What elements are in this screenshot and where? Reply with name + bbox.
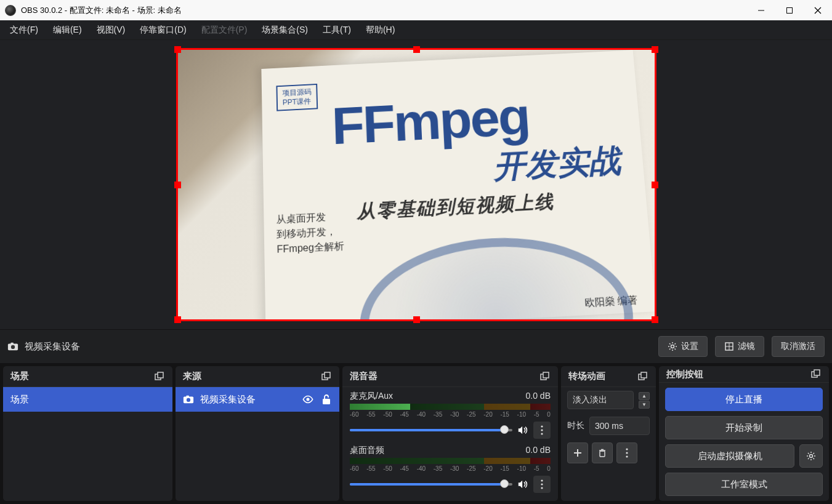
maximize-button[interactable] <box>775 0 804 20</box>
svg-point-36 <box>626 452 628 454</box>
mixer-channel-mic: 麦克风/Aux0.0 dB -60-55-50-45-40-35-30-25-2… <box>342 387 558 441</box>
svg-rect-1 <box>787 7 793 13</box>
selected-source-label: 视频采集设备 <box>25 341 80 353</box>
volume-slider[interactable] <box>350 429 512 431</box>
filter-icon <box>724 342 734 351</box>
resize-handle-mr[interactable] <box>652 182 658 188</box>
channel-menu-button[interactable] <box>533 476 551 493</box>
obs-logo-icon <box>5 5 16 16</box>
resize-handle-tc[interactable] <box>413 46 420 53</box>
menu-tools[interactable]: 工具(T) <box>320 22 353 38</box>
popout-icon[interactable] <box>154 371 165 382</box>
controls-panel: 控制按钮 停止直播 开始录制 启动虚拟摄像机 工作室模式 <box>659 366 829 501</box>
minimize-button[interactable] <box>747 0 775 20</box>
svg-point-27 <box>541 487 543 489</box>
menu-profile[interactable]: 配置文件(P) <box>199 22 250 38</box>
mixer-panel: 混音器 麦克风/Aux0.0 dB -60-55-50-45-40-35-30-… <box>342 366 558 501</box>
popout-icon[interactable] <box>539 371 551 382</box>
close-button[interactable] <box>804 0 832 20</box>
book-title: FFmpeg <box>331 87 626 150</box>
menu-help[interactable]: 帮助(H) <box>363 22 397 38</box>
menu-view[interactable]: 视图(V) <box>94 22 128 38</box>
resize-handle-bl[interactable] <box>174 316 181 323</box>
camera-icon <box>183 394 194 405</box>
start-virtual-cam-button[interactable]: 启动虚拟摄像机 <box>665 444 794 468</box>
resize-handle-ml[interactable] <box>174 182 181 188</box>
studio-mode-button[interactable]: 工作室模式 <box>665 473 823 496</box>
speaker-icon[interactable] <box>517 479 528 490</box>
mixer-title: 混音器 <box>350 370 378 382</box>
sources-panel: 来源 视频采集设备 <box>176 366 339 501</box>
menu-file[interactable]: 文件(F) <box>7 22 41 38</box>
svg-rect-19 <box>323 399 330 404</box>
start-record-button[interactable]: 开始录制 <box>665 416 823 439</box>
lock-icon[interactable] <box>321 394 332 405</box>
speaker-icon[interactable] <box>517 425 528 436</box>
volume-slider[interactable] <box>350 483 512 486</box>
menubar: 文件(F) 编辑(E) 视图(V) 停靠窗口(D) 配置文件(P) 场景集合(S… <box>0 20 832 40</box>
camera-icon <box>7 341 18 352</box>
svg-point-37 <box>626 455 628 457</box>
book-badge-line1: 项目源码 <box>282 87 311 97</box>
transition-duration-input[interactable]: 300 ms <box>589 417 650 435</box>
window-title: OBS 30.0.2 - 配置文件: 未命名 - 场景: 未命名 <box>21 5 182 16</box>
titlebar: OBS 30.0.2 - 配置文件: 未命名 - 场景: 未命名 <box>0 0 832 20</box>
popout-icon[interactable] <box>637 371 648 382</box>
svg-point-23 <box>541 429 543 431</box>
scene-item[interactable]: 场景 <box>3 387 172 412</box>
filters-button[interactable]: 滤镜 <box>715 336 764 357</box>
gear-icon <box>668 342 677 351</box>
svg-point-24 <box>541 433 543 434</box>
source-toolbar: 视频采集设备 设置 滤镜 取消激活 <box>0 329 832 363</box>
transitions-panel: 转场动画 淡入淡出 ▲▼ 时长 300 ms <box>561 366 656 501</box>
svg-rect-12 <box>158 372 163 378</box>
popout-icon[interactable] <box>321 371 332 382</box>
svg-point-18 <box>306 398 309 401</box>
stop-stream-button[interactable]: 停止直播 <box>665 388 823 411</box>
source-item[interactable]: 视频采集设备 <box>176 387 339 412</box>
virtual-cam-settings-button[interactable] <box>799 444 823 468</box>
book-badge-line2: PPT课件 <box>282 97 311 106</box>
transition-menu-button[interactable] <box>616 442 637 463</box>
resize-handle-tr[interactable] <box>652 46 658 53</box>
menu-scene-collection[interactable]: 场景集合(S) <box>259 22 310 38</box>
svg-point-7 <box>671 345 674 348</box>
svg-point-40 <box>810 455 813 458</box>
resize-handle-br[interactable] <box>652 316 658 323</box>
resize-handle-bc[interactable] <box>413 316 420 323</box>
popout-icon[interactable] <box>810 369 822 380</box>
scenes-title: 场景 <box>10 370 29 382</box>
spinner-down[interactable]: ▼ <box>639 401 650 409</box>
audio-meter <box>350 404 551 410</box>
svg-rect-21 <box>543 372 549 378</box>
svg-point-25 <box>541 479 543 481</box>
settings-button[interactable]: 设置 <box>658 336 708 357</box>
spinner-up[interactable]: ▲ <box>639 392 650 400</box>
svg-rect-6 <box>10 343 14 345</box>
preview-canvas[interactable]: 项目源码PPT课件 FFmpeg 开发实战 从零基础到短视频上线 从桌面开发到移… <box>178 50 655 319</box>
menu-edit[interactable]: 编辑(E) <box>50 22 84 38</box>
svg-point-35 <box>626 448 628 450</box>
transitions-title: 转场动画 <box>568 370 605 382</box>
deactivate-button[interactable]: 取消激活 <box>772 336 825 357</box>
sources-title: 来源 <box>183 370 201 382</box>
svg-point-26 <box>541 483 543 485</box>
dock-panels: 场景 场景 来源 视频采集设备 混音器 麦克风/Au <box>0 363 832 504</box>
svg-rect-29 <box>641 372 647 378</box>
add-transition-button[interactable] <box>567 442 588 463</box>
svg-point-16 <box>187 398 190 402</box>
menu-docks[interactable]: 停靠窗口(D) <box>137 22 188 38</box>
transition-select[interactable]: 淡入淡出 <box>567 391 634 409</box>
scenes-panel: 场景 场景 <box>3 366 172 501</box>
audio-meter <box>350 458 551 464</box>
controls-title: 控制按钮 <box>666 369 703 380</box>
svg-rect-17 <box>186 396 189 398</box>
resize-handle-tl[interactable] <box>174 46 181 53</box>
svg-point-22 <box>541 425 543 427</box>
channel-menu-button[interactable] <box>533 422 551 439</box>
eye-icon[interactable] <box>302 394 313 405</box>
mixer-channel-desktop: 桌面音频0.0 dB -60-55-50-45-40-35-30-25-20-1… <box>342 441 558 495</box>
preview-area[interactable]: 项目源码PPT课件 FFmpeg 开发实战 从零基础到短视频上线 从桌面开发到移… <box>0 40 832 329</box>
remove-transition-button[interactable] <box>592 442 613 463</box>
svg-rect-39 <box>814 370 820 375</box>
